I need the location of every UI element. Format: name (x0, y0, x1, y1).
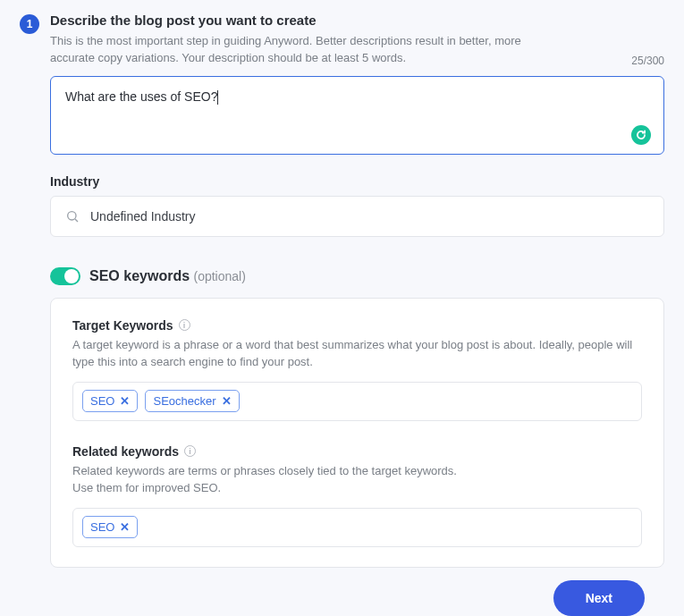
keyword-tag-label: SEochecker (153, 394, 215, 408)
remove-tag-icon[interactable]: ✕ (222, 394, 232, 408)
seo-optional-label: (optional) (194, 269, 246, 283)
description-textarea[interactable]: What are the uses of SEO? (50, 76, 664, 155)
target-keywords-heading: Target Keywords (72, 318, 173, 333)
info-icon[interactable]: i (184, 445, 196, 457)
industry-select[interactable]: Undefined Industry (50, 196, 664, 237)
seo-keywords-title: SEO keywords (89, 268, 190, 283)
info-icon[interactable]: i (179, 319, 190, 331)
related-keywords-heading: Related keywords (72, 444, 179, 459)
keyword-tag: SEochecker ✕ (145, 390, 239, 412)
grammarly-icon[interactable] (631, 125, 651, 145)
svg-point-0 (68, 211, 76, 219)
keyword-tag: SEO ✕ (82, 516, 138, 538)
related-keywords-input[interactable]: SEO ✕ (72, 508, 642, 547)
keyword-tag-label: SEO (90, 520, 114, 534)
target-keywords-input[interactable]: SEO ✕ SEochecker ✕ (72, 382, 642, 421)
seo-toggle[interactable] (50, 267, 80, 285)
search-icon (65, 209, 80, 224)
step-description: This is the most important step in guidi… (50, 33, 551, 67)
industry-label: Industry (50, 174, 664, 189)
keywords-panel: Target Keywords i A target keyword is a … (50, 298, 664, 568)
remove-tag-icon[interactable]: ✕ (120, 520, 130, 534)
industry-value: Undefined Industry (90, 209, 196, 224)
char-count: 25/300 (631, 55, 664, 67)
description-value: What are the uses of SEO? (65, 89, 217, 104)
target-keywords-desc: A target keyword is a phrase or a word t… (72, 336, 642, 371)
text-cursor (217, 90, 218, 105)
remove-tag-icon[interactable]: ✕ (120, 394, 130, 408)
keyword-tag-label: SEO (90, 394, 114, 408)
keyword-tag: SEO ✕ (82, 390, 138, 412)
next-button[interactable]: Next (553, 580, 645, 616)
svg-line-1 (75, 219, 78, 222)
step-number-badge: 1 (20, 14, 39, 34)
step-title: Describe the blog post you want to creat… (50, 13, 664, 28)
related-keywords-desc: Related keywords are terms or phrases cl… (72, 462, 642, 497)
